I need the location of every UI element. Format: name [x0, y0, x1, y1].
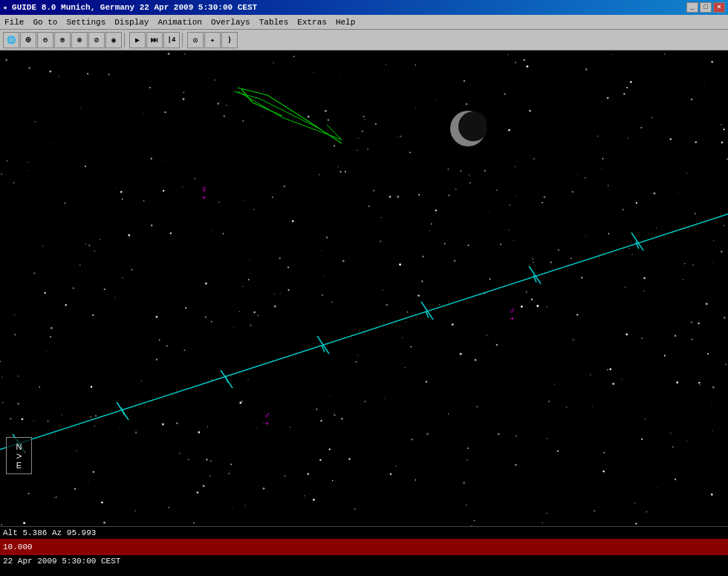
toolbar-zoom2[interactable]: ⊗ [71, 32, 88, 48]
compass-arrow: > [16, 451, 22, 461]
app-icon: ★ [3, 3, 7, 12]
mars-symbol-2[interactable]: ♂ + [264, 411, 270, 427]
toolbar-scope[interactable]: ⊕ [20, 32, 36, 48]
menu-animation[interactable]: Animation [153, 16, 206, 28]
compass-north: N [16, 442, 22, 451]
menu-help[interactable]: Help [331, 16, 360, 28]
menu-settings[interactable]: Settings [62, 16, 110, 28]
sky-canvas[interactable]: ♀ + ♂ + ♂ + N > E [0, 51, 728, 526]
toolbar-sep1 [124, 33, 127, 48]
mars-symbol-1[interactable]: ♂ + [509, 306, 516, 323]
menu-extras[interactable]: Extras [293, 16, 331, 28]
title-bar-left: ★ GUIDE 8.0 Munich, Germany 22 Apr 2009 … [3, 3, 257, 12]
toolbar-zoomin[interactable]: ⊕ [54, 32, 71, 48]
toolbar-globe[interactable]: 🌐 [3, 32, 19, 48]
datetime-display: 22 Apr 2009 5:30:00 CEST [0, 555, 728, 567]
toolbar-ff[interactable]: ⏭ [146, 32, 163, 48]
menu-bar: File Go to Settings Display Animation Ov… [0, 15, 728, 30]
toolbar-zoomout[interactable]: ⊖ [37, 32, 53, 48]
venus-symbol[interactable]: ♀ + [201, 184, 208, 201]
toolbar: 🌐 ⊕ ⊖ ⊕ ⊗ ⊘ ◉ ▶ ⏭ |4 ◎ ✦ ⟩ [0, 30, 728, 51]
alt-az-display: Alt 5.386 Az 95.993 [0, 527, 728, 539]
zoom-display: 10.000 [0, 539, 728, 555]
minimize-button[interactable]: _ [686, 2, 698, 13]
toolbar-star[interactable]: ✦ [204, 32, 221, 48]
toolbar-step[interactable]: |4 [163, 32, 180, 48]
compass-east: E [16, 461, 22, 470]
moon [449, 110, 487, 147]
toolbar-view[interactable]: ◉ [105, 32, 122, 48]
menu-overlays[interactable]: Overlays [207, 16, 255, 28]
maximize-button[interactable]: □ [700, 2, 712, 13]
toolbar-center[interactable]: ◎ [187, 32, 204, 48]
toolbar-play[interactable]: ▶ [129, 32, 146, 48]
menu-file[interactable]: File [0, 16, 28, 28]
menu-display[interactable]: Display [110, 16, 153, 28]
compass: N > E [6, 437, 32, 474]
toolbar-zoom3[interactable]: ⊘ [88, 32, 105, 48]
title-bar-controls[interactable]: _ □ × [686, 2, 725, 13]
status-bar: Alt 5.386 Az 95.993 10.000 22 Apr 2009 5… [0, 526, 728, 576]
menu-tables[interactable]: Tables [255, 16, 293, 28]
menu-goto[interactable]: Go to [28, 16, 62, 28]
toolbar-sep2 [182, 33, 185, 48]
title-bar-text: GUIDE 8.0 Munich, Germany 22 Apr 2009 5:… [12, 3, 257, 12]
close-button[interactable]: × [713, 2, 725, 13]
toolbar-next[interactable]: ⟩ [221, 32, 238, 48]
title-bar: ★ GUIDE 8.0 Munich, Germany 22 Apr 2009 … [0, 0, 728, 15]
